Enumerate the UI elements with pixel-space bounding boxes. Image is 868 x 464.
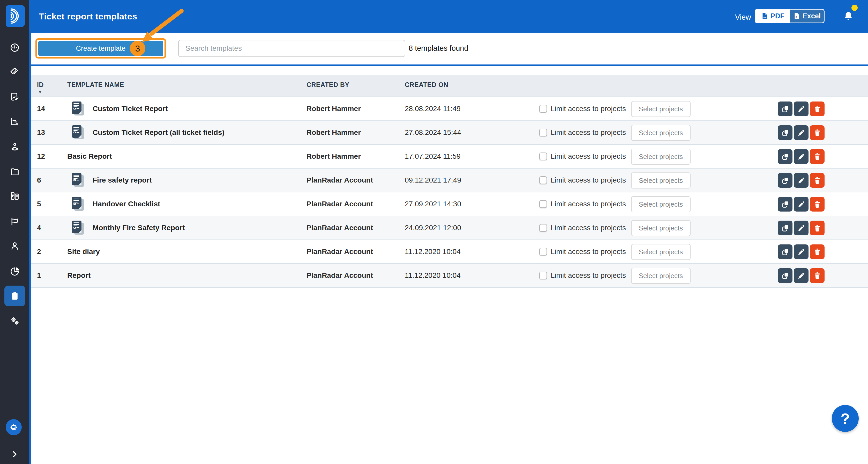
sidebar-expand-button[interactable] bbox=[9, 448, 20, 460]
sidebar-item-projects[interactable] bbox=[0, 161, 29, 182]
row-actions bbox=[778, 268, 825, 283]
pencil-icon bbox=[797, 200, 806, 209]
limit-access-checkbox[interactable] bbox=[539, 224, 547, 232]
sidebar-item-users[interactable] bbox=[0, 236, 29, 256]
delete-button[interactable] bbox=[810, 221, 825, 235]
edit-button[interactable] bbox=[794, 244, 808, 259]
delete-button[interactable] bbox=[810, 197, 825, 211]
sidebar-item-flags[interactable] bbox=[0, 211, 29, 232]
sidebar-item-tags[interactable] bbox=[0, 62, 29, 82]
duplicate-button[interactable] bbox=[778, 102, 793, 116]
svg-text:PDF: PDF bbox=[763, 17, 767, 19]
delete-button[interactable] bbox=[810, 102, 825, 116]
created-on: 24.09.2021 12:00 bbox=[405, 216, 461, 239]
duplicate-button[interactable] bbox=[778, 268, 793, 283]
limit-access-checkbox[interactable] bbox=[539, 200, 547, 208]
template-name: Monthly Fire Safety Report bbox=[93, 224, 185, 232]
trash-icon bbox=[813, 176, 822, 185]
duplicate-button[interactable] bbox=[778, 244, 793, 259]
page-title: Ticket report templates bbox=[39, 11, 137, 22]
template-name-cell: Custom Ticket Report bbox=[67, 97, 167, 120]
delete-button[interactable] bbox=[810, 149, 825, 164]
sidebar-item-templates[interactable] bbox=[4, 286, 25, 306]
delete-button[interactable] bbox=[810, 244, 825, 259]
sidebar-item-site-persons[interactable] bbox=[0, 137, 29, 157]
svg-text:x: x bbox=[795, 15, 797, 19]
limit-access-checkbox[interactable] bbox=[539, 152, 547, 160]
sidebar-item-dashboard[interactable] bbox=[0, 37, 29, 58]
sort-descending-icon: ▼ bbox=[38, 90, 42, 94]
report-template-icon bbox=[72, 221, 85, 235]
duplicate-button[interactable] bbox=[778, 221, 793, 235]
row-id: 4 bbox=[37, 216, 41, 239]
sidebar-item-statistics[interactable] bbox=[0, 261, 29, 282]
ai-assistant-button[interactable] bbox=[6, 419, 22, 435]
pencil-icon bbox=[797, 271, 806, 281]
column-header-id[interactable]: ID bbox=[37, 81, 44, 89]
sidebar-item-company[interactable] bbox=[0, 185, 29, 206]
delete-button[interactable] bbox=[810, 268, 825, 283]
edit-button[interactable] bbox=[794, 197, 808, 211]
select-projects-button[interactable]: Select projects bbox=[631, 149, 690, 165]
planradar-app: Ticket report templates View PDF PDF x E… bbox=[0, 0, 868, 464]
column-header-created-on[interactable]: CREATED ON bbox=[405, 81, 448, 89]
duplicate-button[interactable] bbox=[778, 149, 793, 164]
template-name: Custom Ticket Report bbox=[93, 105, 167, 113]
select-projects-button[interactable]: Select projects bbox=[631, 268, 690, 284]
limit-access-cell: Limit access to projects bbox=[539, 193, 626, 216]
select-projects-button[interactable]: Select projects bbox=[631, 196, 690, 212]
trash-icon bbox=[813, 104, 822, 114]
settings-gears-icon bbox=[9, 316, 20, 326]
help-button[interactable]: ? bbox=[832, 405, 859, 432]
sidebar-item-forms[interactable] bbox=[0, 87, 29, 108]
limit-access-checkbox[interactable] bbox=[539, 176, 547, 184]
column-header-name[interactable]: TEMPLATE NAME bbox=[67, 81, 124, 89]
template-name-cell: Fire safety report bbox=[67, 169, 152, 192]
sidebar-item-settings[interactable] bbox=[0, 311, 29, 331]
pie-chart-icon bbox=[9, 266, 20, 276]
created-by: PlanRadar Account bbox=[307, 193, 373, 216]
edit-button[interactable] bbox=[794, 221, 808, 235]
row-actions bbox=[778, 149, 825, 164]
edit-button[interactable] bbox=[794, 125, 808, 140]
template-name: Fire safety report bbox=[93, 176, 152, 184]
select-projects-button[interactable]: Select projects bbox=[631, 220, 690, 236]
duplicate-button[interactable] bbox=[778, 173, 793, 188]
edit-button[interactable] bbox=[794, 268, 808, 283]
duplicate-button[interactable] bbox=[778, 125, 793, 140]
limit-access-label: Limit access to projects bbox=[551, 271, 626, 280]
planradar-logo[interactable] bbox=[6, 5, 25, 27]
created-by: PlanRadar Account bbox=[307, 169, 373, 192]
logo-arcs-icon bbox=[8, 8, 23, 24]
report-template-icon bbox=[72, 125, 85, 140]
delete-button[interactable] bbox=[810, 173, 825, 188]
limit-access-checkbox[interactable] bbox=[539, 105, 547, 113]
view-label: View bbox=[735, 13, 751, 22]
created-on: 11.12.2020 10:04 bbox=[405, 240, 461, 263]
excel-file-icon: x bbox=[793, 12, 801, 20]
limit-access-checkbox[interactable] bbox=[539, 248, 547, 256]
sidebar-item-reports[interactable] bbox=[0, 112, 29, 132]
edit-button[interactable] bbox=[794, 102, 808, 116]
delete-button[interactable] bbox=[810, 125, 825, 140]
column-header-created-by[interactable]: CREATED BY bbox=[307, 81, 349, 89]
template-name-cell: Custom Ticket Report (all ticket fields) bbox=[67, 121, 224, 144]
select-projects-button[interactable]: Select projects bbox=[631, 172, 690, 188]
row-actions bbox=[778, 173, 825, 188]
select-projects-button[interactable]: Select projects bbox=[631, 125, 690, 141]
notifications-bell-icon[interactable] bbox=[842, 10, 855, 23]
limit-access-checkbox[interactable] bbox=[539, 271, 547, 280]
duplicate-button[interactable] bbox=[778, 197, 793, 211]
select-projects-button[interactable]: Select projects bbox=[631, 101, 690, 117]
template-name-cell: Handover Checklist bbox=[67, 193, 160, 216]
edit-button[interactable] bbox=[794, 149, 808, 164]
pdf-view-button[interactable]: PDF PDF bbox=[755, 9, 789, 23]
edit-button[interactable] bbox=[794, 173, 808, 188]
excel-view-button[interactable]: x Excel bbox=[789, 9, 824, 23]
select-projects-button[interactable]: Select projects bbox=[631, 244, 690, 260]
template-name-cell: Report bbox=[67, 264, 91, 287]
limit-access-checkbox[interactable] bbox=[539, 129, 547, 137]
limit-access-cell: Limit access to projects bbox=[539, 121, 626, 144]
row-id: 5 bbox=[37, 193, 41, 216]
search-input[interactable] bbox=[178, 40, 405, 57]
